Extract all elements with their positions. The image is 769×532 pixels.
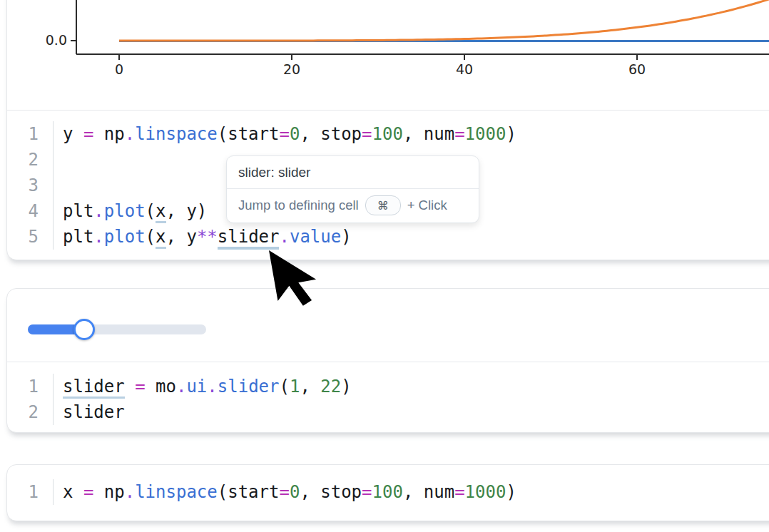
code-token: , stop (300, 124, 362, 144)
code-token: np (93, 124, 124, 144)
variable-tooltip: slider: slider Jump to defining cell ⌘ +… (226, 155, 479, 223)
plot-output: 0.00204060 (7, 0, 769, 110)
code-token: ) (506, 124, 516, 144)
code-token: , num (403, 124, 454, 144)
code-token: ui (186, 377, 207, 397)
slider-output (7, 289, 769, 362)
code-editor[interactable]: 1x = np.linspace(start=0, stop=100, num=… (7, 465, 769, 519)
code-token: = (279, 124, 289, 144)
cross-cell-variable[interactable]: x (156, 227, 165, 249)
code-token: 1000 (465, 482, 506, 502)
svg-text:0: 0 (115, 61, 123, 77)
tooltip-suffix: + Click (407, 198, 447, 213)
code-line[interactable]: 2slider (7, 399, 769, 425)
code-token: 100 (372, 482, 403, 502)
line-number: 4 (7, 198, 39, 224)
code-line[interactable]: 5plt.plot(x, y**slider.value) (7, 224, 769, 250)
code-token: y (63, 124, 83, 144)
code-token: ) (341, 377, 351, 397)
code-token: . (125, 482, 135, 502)
code-editor[interactable]: 1slider = mo.ui.slider(1, 22)2slider (7, 362, 769, 431)
line-number: 1 (7, 121, 39, 147)
cross-cell-variable[interactable]: slider (63, 377, 125, 399)
tooltip-title: slider: slider (227, 156, 479, 188)
code-line[interactable]: 1slider = mo.ui.slider(1, 22) (7, 374, 769, 399)
code-token: 0 (290, 124, 300, 144)
code-token: . (279, 227, 289, 247)
code-token: = (83, 124, 93, 144)
code-token: , y (166, 227, 197, 247)
code-token: . (93, 227, 103, 247)
code-line[interactable]: 1y = np.linspace(start=0, stop=100, num=… (7, 121, 769, 147)
code-token: value (290, 227, 341, 247)
svg-text:60: 60 (628, 61, 646, 77)
code-token: . (176, 377, 186, 397)
code-token: start (228, 482, 279, 502)
code-token: . (125, 124, 135, 144)
svg-text:20: 20 (283, 61, 300, 77)
code-token: slider (218, 377, 280, 397)
svg-text:40: 40 (456, 61, 473, 77)
code-text[interactable]: y = np.linspace(start=0, stop=100, num=1… (53, 121, 769, 147)
code-token: , (300, 377, 320, 397)
line-number: 1 (7, 479, 39, 505)
code-token: start (228, 124, 279, 144)
code-token: . (93, 201, 103, 221)
code-token: mo (146, 377, 176, 397)
code-token: = (83, 482, 93, 502)
code-token: = (454, 482, 464, 502)
code-token: = (362, 124, 372, 144)
line-number: 1 (7, 374, 39, 399)
code-token: plot (104, 201, 146, 221)
code-text[interactable]: x = np.linspace(start=0, stop=100, num=1… (53, 479, 769, 505)
chart: 0.00204060 (7, 0, 769, 110)
code-token: ( (146, 227, 156, 247)
code-token: ( (146, 201, 156, 221)
code-token: ( (279, 377, 289, 397)
tooltip-action-label: Jump to defining cell (238, 198, 359, 213)
slider-widget[interactable] (28, 318, 206, 341)
line-number: 2 (7, 399, 39, 425)
svg-text:0.0: 0.0 (46, 32, 67, 48)
code-token: 1000 (465, 124, 506, 144)
code-token: plt (63, 201, 93, 221)
code-line[interactable]: 1x = np.linspace(start=0, stop=100, num=… (7, 479, 769, 505)
code-token: 22 (320, 377, 341, 397)
code-token: = (454, 124, 464, 144)
cell-slider: 1slider = mo.ui.slider(1, 22)2slider (6, 288, 769, 433)
code-token: , stop (300, 482, 362, 502)
code-token: ) (506, 482, 516, 502)
code-token: 1 (290, 377, 300, 397)
notebook-page: 0.00204060 1y = np.linspace(start=0, sto… (0, 0, 769, 532)
code-token: , num (403, 482, 454, 502)
code-token: linspace (135, 124, 218, 144)
code-token: 100 (372, 124, 403, 144)
code-token (125, 377, 135, 397)
chart-output: 0.00204060 (7, 0, 769, 110)
code-token: x (63, 482, 83, 502)
code-text[interactable]: slider = mo.ui.slider(1, 22) (53, 374, 769, 399)
code-token: , y) (166, 201, 208, 221)
code-token: . (207, 377, 217, 397)
code-token: = (362, 482, 372, 502)
code-token: ( (218, 482, 228, 502)
line-number: 5 (7, 224, 39, 250)
tooltip-footer: Jump to defining cell ⌘ + Click (227, 189, 479, 222)
code-text[interactable]: plt.plot(x, y**slider.value) (53, 224, 769, 250)
cell-x: 1x = np.linspace(start=0, stop=100, num=… (6, 464, 769, 521)
command-key-icon: ⌘ (365, 195, 401, 215)
code-text[interactable]: slider (53, 399, 769, 425)
cross-cell-variable[interactable]: x (156, 201, 165, 223)
code-token: np (93, 482, 124, 502)
code-token: linspace (135, 482, 218, 502)
line-number: 2 (7, 147, 39, 173)
cross-cell-variable[interactable]: slider (218, 227, 280, 250)
code-token: 0 (290, 482, 300, 502)
code-token: ** (197, 227, 218, 247)
code-token: = (279, 482, 289, 502)
line-number: 3 (7, 173, 39, 198)
code-token: = (135, 377, 145, 397)
slider-thumb[interactable] (73, 319, 95, 340)
code-token: ) (341, 227, 351, 247)
code-token: plt (63, 227, 93, 247)
